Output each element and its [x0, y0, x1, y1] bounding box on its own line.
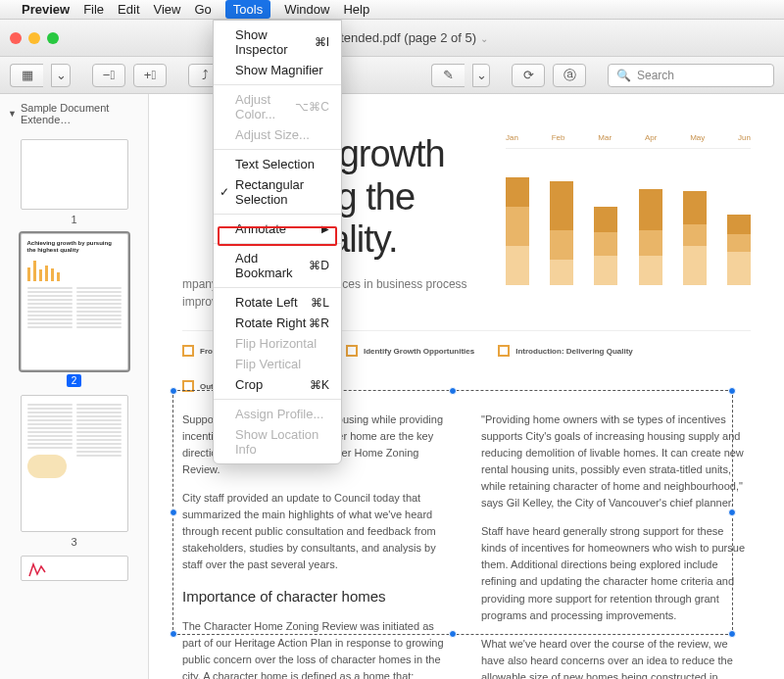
menu-show-location: Show Location Info: [214, 424, 341, 460]
bar-chart: Jan Feb Mar Apr May Jun: [506, 133, 751, 285]
body-para: What we've heard over the course of the …: [481, 636, 751, 679]
view-mode-menu[interactable]: ⌄: [51, 64, 71, 87]
body-para: "Providing home owners with se types of …: [481, 412, 751, 511]
chart-month: Mar: [598, 133, 612, 142]
close-window-button[interactable]: [10, 32, 22, 44]
page-label-2: 2: [0, 374, 148, 387]
chart-month: May: [690, 133, 705, 142]
disclosure-triangle-icon[interactable]: ▼: [8, 109, 17, 119]
body-para: The Character Home Zoning Review was ini…: [182, 618, 452, 679]
system-menubar: Preview File Edit View Go Tools Window H…: [0, 0, 784, 20]
view-menu[interactable]: View: [154, 2, 181, 17]
checkmark-icon: ✓: [220, 185, 229, 199]
go-menu[interactable]: Go: [194, 2, 211, 17]
body-para: Staff have heard generally strong suppor…: [481, 523, 751, 623]
menu-add-bookmark[interactable]: Add Bookmark⌘D: [214, 248, 341, 283]
menu-flip-vertical: Flip Vertical: [214, 354, 341, 374]
scribble-icon: [27, 560, 47, 578]
page-indicator: (page 2 of 5): [404, 30, 476, 45]
title-chevron-icon[interactable]: ⌄: [480, 33, 488, 44]
mini-title: Achieving growth by pursuing the highest…: [27, 240, 122, 254]
zoom-window-button[interactable]: [47, 32, 59, 44]
page-thumbnail-3[interactable]: [21, 395, 128, 532]
resize-handle[interactable]: [170, 387, 177, 395]
view-mode-button[interactable]: ▦: [10, 64, 43, 87]
thumbnail-sidebar[interactable]: ▼ Sample Document Extende… 1 Achieving g…: [0, 94, 149, 679]
square-icon: [498, 345, 510, 357]
page-thumbnail-2[interactable]: Achieving growth by pursuing the highest…: [21, 233, 128, 370]
menu-annotate[interactable]: Annotate▶: [214, 218, 341, 239]
chart-month: Apr: [645, 133, 657, 142]
page-thumbnail-4[interactable]: [21, 556, 128, 581]
highlight-button[interactable]: ✎: [431, 64, 465, 87]
page-label-1: 1: [0, 214, 148, 225]
menu-rotate-left[interactable]: Rotate Left⌘L: [214, 292, 341, 313]
minimize-window-button[interactable]: [28, 32, 40, 44]
square-icon: [182, 345, 194, 357]
resize-handle[interactable]: [170, 630, 177, 638]
traffic-lights: [0, 32, 59, 44]
file-menu[interactable]: File: [83, 2, 104, 17]
highlight-menu[interactable]: ⌄: [472, 64, 490, 87]
app-menu[interactable]: Preview: [22, 2, 70, 17]
toolbar: ▦ ⌄ −⃝ +⃝ ⤴ ✎ ⌄ ⟳ ⓐ 🔍 Search: [0, 57, 784, 94]
chart-month: Feb: [552, 133, 565, 142]
window-menu[interactable]: Window: [284, 2, 329, 17]
body-column-right: "Providing home owners with se types of …: [481, 412, 751, 679]
menu-adjust-color: Adjust Color...⌥⌘C: [214, 89, 341, 124]
zoom-out-button[interactable]: −⃝: [92, 64, 125, 87]
edit-menu[interactable]: Edit: [118, 2, 139, 17]
menu-rotate-right[interactable]: Rotate Right⌘R: [214, 313, 341, 333]
menu-rectangular-selection[interactable]: ✓Rectangular Selection: [214, 174, 341, 210]
tools-dropdown: Show Inspector⌘I Show Magnifier Adjust C…: [213, 20, 342, 464]
sidebar-filename: Sample Document Extende…: [21, 102, 140, 125]
tools-menu[interactable]: Tools: [225, 0, 270, 19]
badge-item: Identify Growth Opportunities: [346, 345, 474, 357]
help-menu[interactable]: Help: [343, 2, 369, 17]
resize-handle[interactable]: [170, 509, 177, 516]
menu-assign-profile: Assign Profile...: [214, 404, 341, 424]
search-icon: 🔍: [616, 69, 631, 82]
menu-show-magnifier[interactable]: Show Magnifier: [214, 60, 341, 80]
menu-adjust-size: Adjust Size...: [214, 124, 341, 145]
search-field[interactable]: 🔍 Search: [608, 64, 774, 87]
zoom-in-button[interactable]: +⃝: [133, 64, 167, 87]
menu-show-inspector[interactable]: Show Inspector⌘I: [214, 24, 341, 60]
page-label-3: 3: [0, 536, 148, 548]
body-para: City staff provided an update to Council…: [182, 490, 452, 573]
menu-crop[interactable]: Crop⌘K: [214, 374, 341, 395]
rotate-button[interactable]: ⟳: [512, 64, 545, 87]
square-icon: [182, 380, 194, 392]
menu-flip-horizontal: Flip Horizontal: [214, 333, 341, 354]
menu-text-selection[interactable]: Text Selection: [214, 154, 341, 174]
badge-item: Introduction: Delivering Quality: [498, 345, 633, 357]
search-placeholder: Search: [637, 69, 674, 82]
mini-chart-icon: [27, 258, 122, 281]
markup-button[interactable]: ⓐ: [553, 64, 586, 87]
body-heading: Importance of character homes: [182, 585, 452, 607]
chart-month: Jan: [506, 133, 518, 142]
sidebar-file-header[interactable]: ▼ Sample Document Extende…: [0, 100, 148, 131]
window-title: ument Extended.pdf (page 2 of 5) ⌄: [59, 30, 715, 45]
square-icon: [346, 345, 358, 357]
page-thumbnail-1[interactable]: [21, 139, 128, 210]
submenu-arrow-icon: ▶: [321, 223, 329, 234]
window-titlebar: ument Extended.pdf (page 2 of 5) ⌄: [0, 20, 784, 57]
chart-month: Jun: [738, 133, 751, 142]
